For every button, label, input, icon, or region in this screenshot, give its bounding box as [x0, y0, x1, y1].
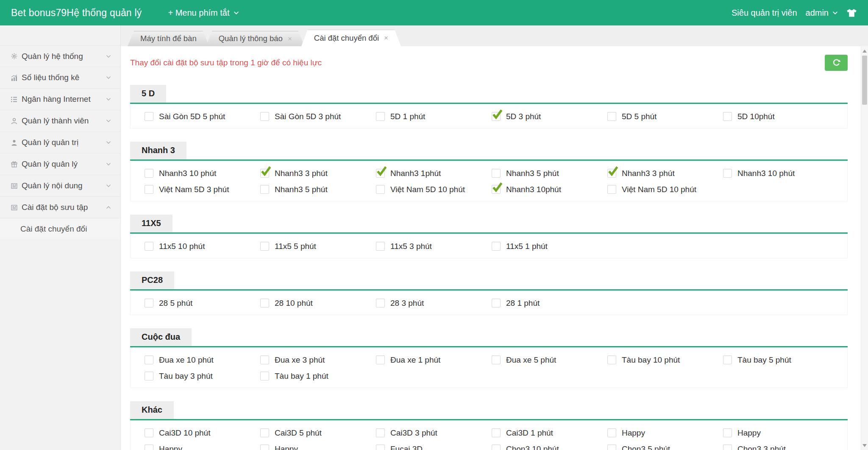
checkbox-unchecked[interactable]	[260, 242, 269, 251]
checkbox-unchecked[interactable]	[260, 185, 269, 194]
checkbox-option[interactable]: Happy	[607, 427, 723, 439]
checkbox-unchecked[interactable]	[145, 428, 153, 437]
checkbox-option[interactable]: Đua xe 5 phút	[492, 354, 607, 366]
checkbox-option[interactable]: Happy	[723, 427, 839, 439]
checkbox-unchecked[interactable]	[607, 428, 616, 437]
checkbox-unchecked[interactable]	[492, 169, 501, 178]
checkbox-unchecked[interactable]	[145, 112, 153, 121]
sidebar-item[interactable]: Quản lý quản lý	[0, 154, 120, 175]
checkbox-option[interactable]: 11x5 3 phút	[376, 240, 492, 252]
checkbox-option[interactable]: Sài Gòn 5D 5 phút	[145, 110, 260, 123]
checkbox-option[interactable]: Đua xe 10 phút	[145, 354, 260, 366]
checkbox-unchecked[interactable]	[260, 372, 269, 380]
checkbox-option[interactable]: 5D 10phút	[723, 110, 839, 123]
sidebar-item[interactable]: Cài đặt bộ sưu tập	[0, 197, 120, 218]
refresh-button[interactable]	[825, 55, 848, 71]
checkbox-option[interactable]: Nhanh3 3 phút	[607, 167, 723, 179]
checkbox-option[interactable]: 11x5 10 phút	[145, 240, 260, 252]
checkbox-unchecked[interactable]	[492, 428, 501, 437]
checkbox-option[interactable]: Việt Nam 5D 3 phút	[145, 183, 260, 196]
sidebar-item[interactable]: Ngân hàng Internet	[0, 89, 120, 110]
scrollbar-thumb[interactable]	[862, 56, 867, 105]
checkbox-option[interactable]: Tàu bay 5 phút	[723, 354, 839, 366]
close-icon[interactable]: ×	[288, 35, 292, 42]
checkbox-option[interactable]: Cai3D 3 phút	[376, 427, 492, 439]
checkbox-option[interactable]: 28 10 phút	[260, 297, 376, 309]
checkbox-unchecked[interactable]	[723, 169, 732, 178]
checkbox-checked[interactable]	[492, 185, 501, 194]
checkbox-unchecked[interactable]	[145, 444, 153, 450]
checkbox-option[interactable]: Đua xe 3 phút	[260, 354, 376, 366]
checkbox-unchecked[interactable]	[260, 355, 269, 364]
shortcut-menu-button[interactable]: + Menu phím tắt	[168, 8, 239, 18]
checkbox-unchecked[interactable]	[376, 355, 385, 364]
sidebar-item[interactable]: Quản lý thành viên	[0, 110, 120, 132]
sidebar-item[interactable]: Quản lý nội dung	[0, 175, 120, 197]
checkbox-option[interactable]: Nhanh3 3 phút	[260, 167, 376, 179]
checkbox-option[interactable]: Tàu bay 10 phút	[607, 354, 723, 366]
sidebar-item[interactable]: Số liệu thống kê	[0, 67, 120, 89]
checkbox-option[interactable]: 5D 3 phút	[492, 110, 607, 123]
checkbox-unchecked[interactable]	[145, 299, 153, 307]
tab[interactable]: Quản lý thông báo×	[206, 31, 305, 46]
tab[interactable]: Máy tính để bàn	[128, 31, 209, 46]
checkbox-option[interactable]: Cai3D 5 phút	[260, 427, 376, 439]
checkbox-option[interactable]: Nhanh3 5 phút	[260, 183, 376, 196]
tab[interactable]: Cài đặt chuyển đổi×	[301, 30, 401, 46]
checkbox-option[interactable]: Tàu bay 1 phút	[260, 370, 376, 382]
checkbox-option[interactable]: Nhanh3 10 phút	[723, 167, 839, 179]
checkbox-option[interactable]: 11x5 1 phút	[492, 240, 607, 252]
checkbox-unchecked[interactable]	[145, 169, 153, 178]
checkbox-option[interactable]: Chọn3 5 phút	[607, 443, 723, 450]
checkbox-unchecked[interactable]	[723, 428, 732, 437]
checkbox-option[interactable]: Nhanh3 5 phút	[492, 167, 607, 179]
checkbox-option[interactable]: Nhanh3 10 phút	[145, 167, 260, 179]
checkbox-unchecked[interactable]	[260, 428, 269, 437]
checkbox-option[interactable]: Việt Nam 5D 10 phút	[607, 183, 723, 196]
checkbox-option[interactable]: 11x5 5 phút	[260, 240, 376, 252]
checkbox-unchecked[interactable]	[607, 185, 616, 194]
checkbox-option[interactable]: 28 1 phút	[492, 297, 607, 309]
vertical-scrollbar[interactable]	[861, 46, 868, 450]
checkbox-unchecked[interactable]	[723, 112, 732, 121]
checkbox-unchecked[interactable]	[607, 355, 616, 364]
checkbox-option[interactable]: 28 5 phút	[145, 297, 260, 309]
checkbox-unchecked[interactable]	[492, 444, 501, 450]
checkbox-option[interactable]: Chọn3 10 phút	[492, 443, 607, 450]
checkbox-option[interactable]: Nhanh3 10phút	[492, 183, 607, 196]
checkbox-option[interactable]: Chọn3 3 phút	[723, 443, 839, 450]
checkbox-option[interactable]: Nhanh3 1phút	[376, 167, 492, 179]
checkbox-unchecked[interactable]	[376, 444, 385, 450]
checkbox-unchecked[interactable]	[376, 299, 385, 307]
tshirt-icon[interactable]	[846, 8, 857, 17]
checkbox-unchecked[interactable]	[260, 444, 269, 450]
checkbox-unchecked[interactable]	[607, 112, 616, 121]
checkbox-option[interactable]: Đua xe 1 phút	[376, 354, 492, 366]
checkbox-option[interactable]: Fucai 3D	[376, 443, 492, 450]
checkbox-checked[interactable]	[260, 169, 269, 178]
checkbox-unchecked[interactable]	[260, 112, 269, 121]
checkbox-unchecked[interactable]	[145, 185, 153, 194]
sidebar-item[interactable]: Quản lý quản trị	[0, 132, 120, 154]
close-icon[interactable]: ×	[384, 34, 388, 42]
checkbox-unchecked[interactable]	[376, 112, 385, 121]
checkbox-checked[interactable]	[492, 112, 501, 121]
checkbox-unchecked[interactable]	[607, 444, 616, 450]
sidebar-item[interactable]: Quản lý hệ thống	[0, 45, 120, 67]
checkbox-checked[interactable]	[376, 169, 385, 178]
checkbox-unchecked[interactable]	[376, 242, 385, 251]
checkbox-unchecked[interactable]	[376, 185, 385, 194]
checkbox-unchecked[interactable]	[376, 428, 385, 437]
checkbox-unchecked[interactable]	[492, 355, 501, 364]
checkbox-option[interactable]: 5D 5 phút	[607, 110, 723, 123]
scroll-up-button[interactable]	[861, 47, 868, 55]
checkbox-option[interactable]: Sài Gòn 5D 3 phút	[260, 110, 376, 123]
checkbox-unchecked[interactable]	[145, 242, 153, 251]
user-menu-button[interactable]: admin	[806, 8, 838, 18]
checkbox-checked[interactable]	[607, 169, 616, 178]
checkbox-unchecked[interactable]	[723, 355, 732, 364]
checkbox-unchecked[interactable]	[260, 299, 269, 307]
checkbox-option[interactable]: Cai3D 1 phút	[492, 427, 607, 439]
checkbox-option[interactable]: 5D 1 phút	[376, 110, 492, 123]
checkbox-unchecked[interactable]	[492, 299, 501, 307]
